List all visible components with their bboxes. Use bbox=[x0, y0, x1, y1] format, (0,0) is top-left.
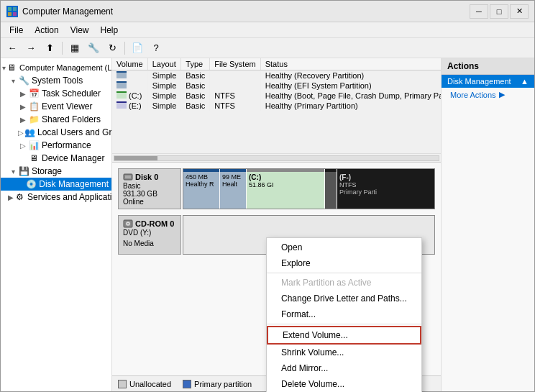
expand-icon-sf: ▶ bbox=[18, 116, 28, 124]
device-manager-icon: 🖥 bbox=[28, 152, 40, 164]
partition-efi[interactable]: 99 ME Healt bbox=[220, 169, 246, 209]
disk-management-icon: 💿 bbox=[25, 178, 37, 190]
shared-folders-icon: 📁 bbox=[28, 114, 40, 125]
ctx-add-mirror[interactable]: Add Mirror... bbox=[267, 360, 421, 376]
toolbar-show-hide[interactable]: ▦ bbox=[66, 40, 83, 56]
maximize-button[interactable]: □ bbox=[490, 4, 508, 19]
expand-icon-ts: ▶ bbox=[18, 90, 28, 98]
cell-status: Healthy (EFI System Partition) bbox=[260, 81, 441, 91]
sidebar-item-services[interactable]: ▶ ⚙ Services and Applications bbox=[1, 191, 111, 204]
local-users-icon: 👥 bbox=[24, 127, 35, 138]
toolbar-up[interactable]: ⬆ bbox=[41, 40, 58, 56]
partition-c[interactable]: (C:) 51.86 GI bbox=[247, 169, 324, 209]
menu-help[interactable]: Help bbox=[95, 24, 124, 37]
svg-rect-5 bbox=[125, 176, 131, 178]
sidebar-item-system-tools[interactable]: ▾ 🔧 System Tools bbox=[1, 74, 111, 87]
more-actions-link[interactable]: More Actions ▶ bbox=[442, 88, 534, 101]
sidebar-label-device-manager: Device Manager bbox=[42, 153, 104, 163]
sidebar-item-device-manager[interactable]: 🖥 Device Manager bbox=[1, 152, 111, 165]
close-button[interactable]: ✕ bbox=[510, 4, 529, 19]
cell-status: Healthy (Primary Partition) bbox=[260, 101, 441, 111]
toolbar-properties[interactable]: 🔧 bbox=[85, 40, 102, 56]
ctx-shrink-volume[interactable]: Shrink Volume... bbox=[267, 345, 421, 360]
expand-icon-services: ▶ bbox=[8, 193, 14, 201]
title-bar: Computer Management ─ □ ✕ bbox=[1, 1, 534, 22]
partition-c-size: 51.86 GI bbox=[249, 181, 322, 188]
cell-fs: NTFS bbox=[210, 101, 260, 111]
col-layout[interactable]: Layout bbox=[147, 58, 181, 70]
partition-unalloc[interactable] bbox=[325, 169, 337, 209]
svg-rect-1 bbox=[13, 7, 17, 11]
sidebar-item-shared-folders[interactable]: ▶ 📁 Shared Folders bbox=[1, 113, 111, 126]
table-row[interactable]: Simple Basic Healthy (Recovery Partition… bbox=[112, 70, 441, 81]
sidebar-item-computer-management[interactable]: ▾ 🖥 Computer Management (Local bbox=[1, 61, 111, 74]
toolbar-refresh[interactable]: ↻ bbox=[104, 40, 121, 56]
window-icon bbox=[6, 6, 18, 17]
cell-fs bbox=[210, 81, 260, 91]
toolbar-back[interactable]: ← bbox=[4, 40, 21, 56]
col-type[interactable]: Type bbox=[181, 58, 210, 70]
event-viewer-icon: 📋 bbox=[28, 101, 40, 112]
sidebar-item-task-scheduler[interactable]: ▶ 📅 Task Scheduler bbox=[1, 87, 111, 100]
cell-layout: Simple bbox=[147, 70, 181, 81]
table-scroll[interactable]: Volume Layout Type File System Status Ca… bbox=[112, 58, 441, 153]
toolbar-help[interactable]: ? bbox=[147, 40, 165, 56]
table-area: Volume Layout Type File System Status Ca… bbox=[112, 58, 441, 163]
window-title: Computer Management bbox=[22, 6, 470, 17]
sidebar-item-performance[interactable]: ▷ 📊 Performance bbox=[1, 139, 111, 152]
sidebar-item-disk-management[interactable]: 💿 Disk Management bbox=[1, 178, 111, 191]
partition-e-name: (F-) bbox=[339, 173, 432, 181]
actions-header: Actions bbox=[442, 58, 534, 75]
task-scheduler-icon: 📅 bbox=[28, 88, 40, 99]
partition-recovery-size: 450 MB bbox=[186, 173, 217, 181]
col-volume[interactable]: Volume bbox=[112, 58, 147, 70]
toolbar: ← → ⬆ ▦ 🔧 ↻ 📄 ? bbox=[1, 38, 534, 58]
table-row[interactable]: Simple Basic Healthy (EFI System Partiti… bbox=[112, 81, 441, 91]
partition-recovery[interactable]: 450 MB Healthy R bbox=[183, 169, 219, 209]
expand-icon-ev: ▶ bbox=[18, 103, 28, 111]
col-filesystem[interactable]: File System bbox=[210, 58, 260, 70]
svg-point-8 bbox=[127, 223, 129, 224]
toolbar-forward[interactable]: → bbox=[22, 40, 40, 56]
cell-fs: NTFS bbox=[210, 91, 260, 101]
actions-panel: Actions Disk Management ▲ More Actions ▶ bbox=[441, 58, 534, 391]
col-status[interactable]: Status bbox=[260, 58, 441, 70]
sidebar-item-local-users[interactable]: ▷ 👥 Local Users and Groups bbox=[1, 126, 111, 139]
action-section-disk-management[interactable]: Disk Management ▲ bbox=[442, 75, 534, 88]
status-primary: Primary partition bbox=[183, 380, 252, 388]
svg-rect-3 bbox=[13, 12, 17, 16]
ctx-open[interactable]: Open bbox=[267, 240, 421, 255]
scrollbar-thumb[interactable] bbox=[114, 156, 157, 160]
ctx-change-letter[interactable]: Change Drive Letter and Paths... bbox=[267, 291, 421, 306]
minimize-button[interactable]: ─ bbox=[470, 4, 488, 19]
chevron-up-icon: ▲ bbox=[521, 77, 529, 86]
partition-e-label: Primary Parti bbox=[339, 188, 432, 196]
scrollbar-track[interactable] bbox=[114, 155, 439, 161]
partition-e[interactable]: (F-) NTFS Primary Parti bbox=[337, 169, 434, 209]
ctx-delete-volume[interactable]: Delete Volume... bbox=[267, 376, 421, 392]
cdrom-status: No Media bbox=[123, 240, 176, 247]
table-row[interactable]: (C:) Simple Basic NTFS Healthy (Boot, Pa… bbox=[112, 91, 441, 101]
ctx-extend-volume[interactable]: Extend Volume... bbox=[267, 326, 421, 345]
performance-icon: 📊 bbox=[28, 140, 40, 151]
primary-color bbox=[183, 380, 191, 388]
sidebar: ▾ 🖥 Computer Management (Local ▾ 🔧 Syste… bbox=[1, 58, 112, 391]
ctx-explore[interactable]: Explore bbox=[267, 255, 421, 271]
computer-icon: 🖥 bbox=[6, 62, 17, 73]
expand-icon-system: ▾ bbox=[8, 77, 18, 85]
disk-0-partitions: 450 MB Healthy R 99 ME Healt (C:) 51.86 … bbox=[183, 168, 435, 209]
toolbar-export[interactable]: 📄 bbox=[129, 40, 146, 56]
menu-file[interactable]: File bbox=[4, 24, 29, 37]
ctx-format[interactable]: Format... bbox=[267, 306, 421, 322]
unallocated-label: Unallocated bbox=[129, 380, 171, 388]
cell-volume bbox=[112, 81, 147, 91]
table-row[interactable]: (E:) Simple Basic NTFS Healthy (Primary … bbox=[112, 101, 441, 111]
cell-status: Healthy (Recovery Partition) bbox=[260, 70, 441, 81]
window-controls: ─ □ ✕ bbox=[470, 4, 529, 19]
sidebar-item-event-viewer[interactable]: ▶ 📋 Event Viewer bbox=[1, 100, 111, 113]
ctx-sep-2 bbox=[267, 324, 421, 324]
menu-view[interactable]: View bbox=[65, 24, 95, 37]
menu-action[interactable]: Action bbox=[29, 24, 64, 37]
sidebar-item-storage[interactable]: ▾ 💾 Storage bbox=[1, 165, 111, 178]
horizontal-scrollbar[interactable] bbox=[112, 153, 441, 162]
